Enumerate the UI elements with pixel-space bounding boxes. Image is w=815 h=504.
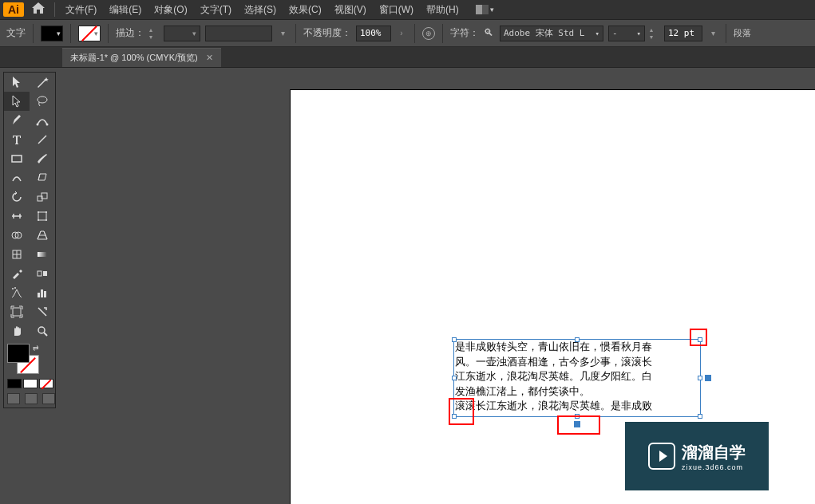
document-tab[interactable]: 未标题-1* @ 100% (CMYK/预览) ✕ bbox=[62, 48, 221, 67]
handle-tl[interactable] bbox=[452, 337, 457, 342]
magic-wand-tool[interactable] bbox=[30, 73, 55, 92]
width-tool[interactable] bbox=[4, 207, 30, 226]
tool-mode-label: 文字 bbox=[6, 26, 26, 40]
svg-rect-21 bbox=[41, 289, 43, 297]
zoom-tool[interactable] bbox=[30, 321, 55, 341]
brush-dropdown-arrow[interactable]: ▾ bbox=[277, 26, 288, 41]
rectangle-tool[interactable] bbox=[4, 149, 30, 168]
eyedropper-tool[interactable] bbox=[4, 264, 30, 283]
annotation-box-2 bbox=[449, 398, 474, 425]
pen-tool[interactable] bbox=[4, 111, 30, 130]
workspace-switcher[interactable]: ▾ bbox=[473, 3, 497, 16]
watermark-title: 溜溜自学 bbox=[682, 442, 746, 463]
menu-type[interactable]: 文字(T) bbox=[195, 2, 237, 18]
mesh-tool[interactable] bbox=[4, 245, 30, 264]
svg-line-3 bbox=[38, 136, 46, 144]
free-transform-tool[interactable] bbox=[30, 207, 55, 226]
stroke-width-dropdown[interactable]: ▾ bbox=[164, 26, 200, 41]
document-tab-label: 未标题-1* @ 100% (CMYK/预览) bbox=[70, 52, 198, 64]
font-size-stepper[interactable]: ▴▾ bbox=[650, 26, 659, 41]
search-icon[interactable]: 🔍︎ bbox=[484, 27, 495, 40]
canvas[interactable]: 是非成败转头空，青山依旧在，惯看秋月春 风。一壶浊酒喜相逢，古今多少事，滚滚长 … bbox=[59, 68, 815, 504]
swap-colors-icon[interactable]: ⇄ bbox=[33, 344, 39, 352]
menu-help[interactable]: 帮助(H) bbox=[421, 2, 465, 18]
color-mode-none[interactable] bbox=[39, 379, 53, 388]
perspective-tool[interactable] bbox=[30, 226, 55, 245]
shape-builder-tool[interactable] bbox=[4, 226, 30, 245]
svg-point-10 bbox=[38, 219, 39, 221]
text-out-port[interactable] bbox=[705, 375, 711, 381]
eraser-tool[interactable] bbox=[30, 168, 55, 187]
font-family-dropdown[interactable]: Adobe 宋体 Std L bbox=[500, 26, 603, 41]
svg-point-18 bbox=[12, 288, 14, 289]
svg-rect-15 bbox=[38, 252, 47, 257]
svg-rect-7 bbox=[38, 212, 46, 220]
menu-edit[interactable]: 编辑(E) bbox=[104, 2, 147, 18]
recolor-icon[interactable]: ⊕ bbox=[422, 27, 435, 40]
menu-view[interactable]: 视图(V) bbox=[329, 2, 372, 18]
rotate-tool[interactable] bbox=[4, 187, 30, 207]
selection-tool[interactable] bbox=[4, 73, 30, 92]
stroke-width-stepper[interactable]: ▴▾ bbox=[149, 26, 159, 41]
gradient-tool[interactable] bbox=[30, 245, 55, 264]
font-size-input[interactable] bbox=[664, 26, 702, 41]
svg-point-24 bbox=[38, 327, 45, 333]
handle-mr[interactable] bbox=[698, 376, 702, 380]
column-graph-tool[interactable] bbox=[30, 283, 55, 302]
opacity-arrow[interactable]: › bbox=[396, 26, 407, 41]
font-style-dropdown[interactable]: - bbox=[608, 26, 645, 41]
draw-behind-mode[interactable] bbox=[25, 393, 38, 404]
slice-tool[interactable] bbox=[30, 302, 55, 321]
scale-tool[interactable] bbox=[30, 187, 55, 207]
draw-inside-mode[interactable] bbox=[42, 393, 55, 404]
brush-definition[interactable] bbox=[205, 26, 272, 41]
text-frame[interactable]: 是非成败转头空，青山依旧在，惯看秋月春 风。一壶浊酒喜相逢，古今多少事，滚滚长 … bbox=[453, 339, 701, 417]
shaper-tool[interactable] bbox=[4, 168, 30, 187]
menu-select[interactable]: 选择(S) bbox=[239, 2, 282, 18]
symbol-sprayer-tool[interactable] bbox=[4, 283, 30, 302]
app-logo: Ai bbox=[3, 2, 24, 17]
svg-point-9 bbox=[45, 211, 47, 213]
menu-effect[interactable]: 效果(C) bbox=[283, 2, 327, 18]
fill-color[interactable] bbox=[7, 344, 30, 363]
menu-file[interactable]: 文件(F) bbox=[60, 2, 102, 18]
type-tool[interactable] bbox=[4, 130, 30, 149]
tool-panel: ⇄ bbox=[3, 72, 56, 408]
close-icon[interactable]: ✕ bbox=[206, 53, 213, 63]
char-label: 字符： bbox=[450, 26, 479, 40]
handle-ml[interactable] bbox=[452, 376, 457, 380]
fill-color-swatch[interactable] bbox=[41, 26, 63, 41]
play-icon bbox=[648, 443, 675, 470]
font-size-arrow[interactable]: ▾ bbox=[707, 26, 718, 41]
text-content[interactable]: 是非成败转头空，青山依旧在，惯看秋月春 风。一壶浊酒喜相逢，古今多少事，滚滚长 … bbox=[454, 340, 700, 414]
watermark: 溜溜自学 zixue.3d66.com bbox=[625, 422, 769, 490]
curvature-tool[interactable] bbox=[30, 111, 55, 130]
artboard-tool[interactable] bbox=[4, 302, 30, 321]
menu-object[interactable]: 对象(O) bbox=[148, 2, 192, 18]
svg-point-2 bbox=[46, 124, 49, 126]
svg-point-1 bbox=[37, 124, 39, 126]
svg-point-11 bbox=[45, 219, 47, 221]
color-mode-solid[interactable] bbox=[7, 379, 22, 388]
svg-line-25 bbox=[44, 333, 47, 336]
blend-tool[interactable] bbox=[30, 264, 55, 283]
draw-normal-mode[interactable] bbox=[7, 393, 20, 404]
svg-rect-16 bbox=[38, 271, 42, 276]
handle-br[interactable] bbox=[698, 414, 702, 419]
hand-tool[interactable] bbox=[4, 321, 30, 341]
line-tool[interactable] bbox=[30, 130, 55, 149]
color-mode-gradient[interactable] bbox=[23, 379, 38, 388]
direct-selection-tool[interactable] bbox=[4, 92, 30, 111]
home-icon[interactable] bbox=[27, 2, 49, 17]
lasso-tool[interactable] bbox=[30, 92, 55, 111]
stroke-color-swatch[interactable] bbox=[78, 26, 101, 41]
annotation-box-3 bbox=[557, 415, 600, 435]
paintbrush-tool[interactable] bbox=[30, 149, 55, 168]
svg-rect-20 bbox=[38, 293, 40, 297]
paragraph-label[interactable]: 段落 bbox=[734, 27, 751, 39]
annotation-box-1 bbox=[690, 329, 707, 346]
menu-window[interactable]: 窗口(W) bbox=[374, 2, 419, 18]
opacity-input[interactable] bbox=[356, 26, 391, 41]
handle-tm[interactable] bbox=[575, 337, 580, 342]
svg-rect-23 bbox=[13, 308, 21, 316]
